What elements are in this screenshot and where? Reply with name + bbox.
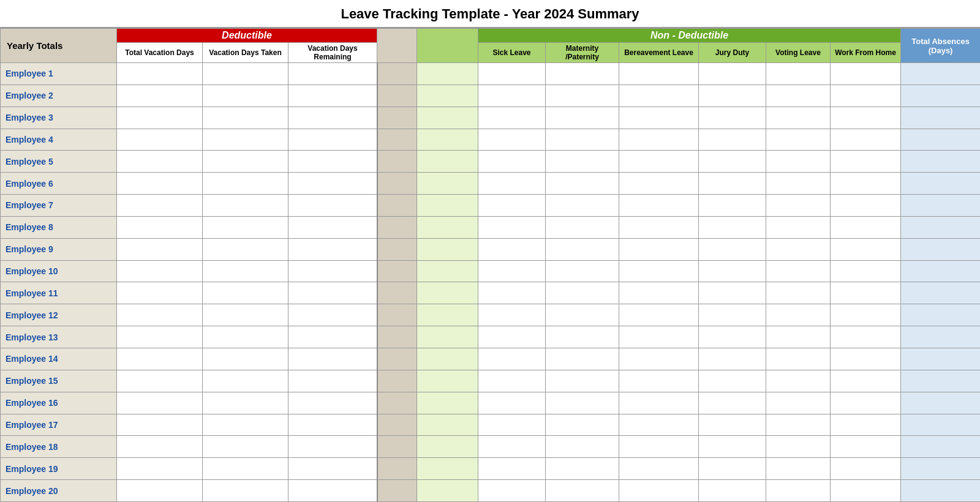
fmla-data-cell[interactable]: [417, 260, 478, 282]
non-deductible-data-cell[interactable]: [766, 129, 831, 151]
fmla-data-cell[interactable]: [417, 304, 478, 326]
deductible-data-cell[interactable]: [203, 173, 288, 195]
deductible-data-cell[interactable]: [288, 370, 377, 392]
fmla-data-cell[interactable]: [417, 63, 478, 85]
employee-name-cell[interactable]: Employee 20: [1, 480, 117, 502]
non-deductible-data-cell[interactable]: [766, 107, 831, 129]
non-deductible-data-cell[interactable]: [619, 173, 699, 195]
deductible-data-cell[interactable]: [117, 260, 203, 282]
non-deductible-data-cell[interactable]: [699, 458, 766, 480]
deductible-data-cell[interactable]: [203, 370, 288, 392]
total-absences-data-cell[interactable]: [901, 436, 980, 458]
employee-name-cell[interactable]: Employee 11: [1, 282, 117, 304]
non-deductible-data-cell[interactable]: [478, 63, 546, 85]
deductible-data-cell[interactable]: [288, 326, 377, 348]
non-deductible-data-cell[interactable]: [699, 326, 766, 348]
non-deductible-data-cell[interactable]: [478, 436, 546, 458]
total-absences-data-cell[interactable]: [901, 63, 980, 85]
fmla-data-cell[interactable]: [417, 436, 478, 458]
non-deductible-data-cell[interactable]: [831, 107, 901, 129]
non-deductible-data-cell[interactable]: [478, 195, 546, 217]
non-deductible-data-cell[interactable]: [546, 414, 619, 436]
non-deductible-data-cell[interactable]: [699, 107, 766, 129]
deductible-data-cell[interactable]: [117, 436, 203, 458]
non-deductible-data-cell[interactable]: [699, 84, 766, 107]
non-deductible-data-cell[interactable]: [619, 282, 699, 304]
non-deductible-data-cell[interactable]: [546, 348, 619, 370]
deductible-data-cell[interactable]: [288, 304, 377, 326]
non-deductible-data-cell[interactable]: [699, 414, 766, 436]
deductible-data-cell[interactable]: [203, 129, 288, 151]
deductible-data-cell[interactable]: [288, 107, 377, 129]
deductible-data-cell[interactable]: [203, 63, 288, 85]
deductible-data-cell[interactable]: [288, 414, 377, 436]
total-absences-data-cell[interactable]: [901, 151, 980, 173]
deductible-data-cell[interactable]: [203, 392, 288, 414]
employee-name-cell[interactable]: Employee 19: [1, 458, 117, 480]
non-deductible-data-cell[interactable]: [831, 414, 901, 436]
non-deductible-data-cell[interactable]: [478, 107, 546, 129]
non-deductible-data-cell[interactable]: [546, 282, 619, 304]
non-deductible-data-cell[interactable]: [619, 414, 699, 436]
fmla-data-cell[interactable]: [417, 326, 478, 348]
employee-name-cell[interactable]: Employee 17: [1, 414, 117, 436]
non-deductible-data-cell[interactable]: [546, 370, 619, 392]
non-deductible-data-cell[interactable]: [699, 63, 766, 85]
non-deductible-data-cell[interactable]: [699, 304, 766, 326]
deductible-data-cell[interactable]: [203, 238, 288, 260]
deductible-data-cell[interactable]: [117, 414, 203, 436]
non-deductible-data-cell[interactable]: [699, 282, 766, 304]
deductible-data-cell[interactable]: [117, 480, 203, 502]
employee-name-cell[interactable]: Employee 1: [1, 63, 117, 85]
fmla-data-cell[interactable]: [417, 238, 478, 260]
non-deductible-data-cell[interactable]: [831, 458, 901, 480]
non-deductible-data-cell[interactable]: [699, 195, 766, 217]
total-absences-data-cell[interactable]: [901, 173, 980, 195]
non-deductible-data-cell[interactable]: [766, 480, 831, 502]
employee-name-cell[interactable]: Employee 16: [1, 392, 117, 414]
non-deductible-data-cell[interactable]: [831, 195, 901, 217]
employee-name-cell[interactable]: Employee 2: [1, 84, 117, 107]
employee-name-cell[interactable]: Employee 3: [1, 107, 117, 129]
non-deductible-data-cell[interactable]: [478, 260, 546, 282]
non-deductible-data-cell[interactable]: [699, 238, 766, 260]
deductible-data-cell[interactable]: [203, 84, 288, 107]
deductible-data-cell[interactable]: [203, 260, 288, 282]
deductible-data-cell[interactable]: [117, 195, 203, 217]
deductible-data-cell[interactable]: [288, 173, 377, 195]
non-deductible-data-cell[interactable]: [478, 392, 546, 414]
non-deductible-data-cell[interactable]: [478, 326, 546, 348]
fmla-data-cell[interactable]: [417, 458, 478, 480]
employee-name-cell[interactable]: Employee 13: [1, 326, 117, 348]
non-deductible-data-cell[interactable]: [831, 436, 901, 458]
non-deductible-data-cell[interactable]: [766, 216, 831, 238]
non-deductible-data-cell[interactable]: [699, 129, 766, 151]
employee-name-cell[interactable]: Employee 8: [1, 216, 117, 238]
non-deductible-data-cell[interactable]: [619, 480, 699, 502]
employee-name-cell[interactable]: Employee 5: [1, 151, 117, 173]
non-deductible-data-cell[interactable]: [619, 392, 699, 414]
deductible-data-cell[interactable]: [288, 436, 377, 458]
non-deductible-data-cell[interactable]: [619, 238, 699, 260]
deductible-data-cell[interactable]: [117, 370, 203, 392]
deductible-data-cell[interactable]: [288, 348, 377, 370]
non-deductible-data-cell[interactable]: [699, 370, 766, 392]
deductible-data-cell[interactable]: [117, 173, 203, 195]
deductible-data-cell[interactable]: [203, 348, 288, 370]
non-deductible-data-cell[interactable]: [478, 304, 546, 326]
total-absences-data-cell[interactable]: [901, 458, 980, 480]
non-deductible-data-cell[interactable]: [831, 129, 901, 151]
total-absences-data-cell[interactable]: [901, 84, 980, 107]
total-absences-data-cell[interactable]: [901, 370, 980, 392]
non-deductible-data-cell[interactable]: [766, 195, 831, 217]
deductible-data-cell[interactable]: [203, 326, 288, 348]
deductible-data-cell[interactable]: [117, 238, 203, 260]
non-deductible-data-cell[interactable]: [699, 436, 766, 458]
total-absences-data-cell[interactable]: [901, 129, 980, 151]
non-deductible-data-cell[interactable]: [546, 84, 619, 107]
employee-name-cell[interactable]: Employee 9: [1, 238, 117, 260]
deductible-data-cell[interactable]: [203, 195, 288, 217]
deductible-data-cell[interactable]: [117, 107, 203, 129]
deductible-data-cell[interactable]: [117, 348, 203, 370]
non-deductible-data-cell[interactable]: [831, 480, 901, 502]
